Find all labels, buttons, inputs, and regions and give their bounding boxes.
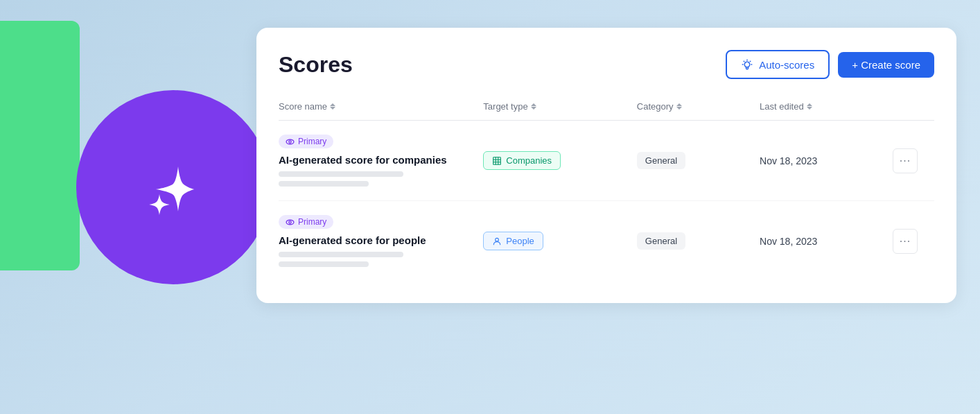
people-label: People xyxy=(506,236,534,246)
auto-scores-button[interactable]: Auto-scores xyxy=(726,50,830,79)
scores-card: Scores Auto-scores + Create score Score … xyxy=(256,28,956,303)
person-icon xyxy=(492,236,502,246)
auto-scores-label: Auto-scores xyxy=(759,59,814,71)
col-actions xyxy=(893,101,934,112)
category-badge-2: General xyxy=(637,232,685,250)
col-last-edited[interactable]: Last edited xyxy=(760,101,893,112)
more-options-button-2[interactable]: ··· xyxy=(893,229,918,254)
target-type-cell-2: People xyxy=(483,232,637,250)
col-target-type[interactable]: Target type xyxy=(483,101,637,112)
companies-label: Companies xyxy=(506,155,552,166)
col-score-name[interactable]: Score name xyxy=(279,101,483,112)
create-score-label: + Create score xyxy=(852,59,920,71)
primary-badge-2: Primary xyxy=(279,215,333,229)
auto-scores-icon xyxy=(741,58,753,71)
building-icon xyxy=(492,156,502,166)
svg-rect-2 xyxy=(493,157,501,164)
page-title: Scores xyxy=(279,52,353,78)
target-type-sort xyxy=(531,103,536,110)
more-options-button-1[interactable]: ··· xyxy=(893,148,918,173)
score-name-sort xyxy=(330,103,335,110)
score-title-1: AI-generated score for companies xyxy=(279,153,483,167)
actions-cell-1: ··· xyxy=(893,148,934,173)
companies-badge: Companies xyxy=(483,151,561,170)
score-placeholder-1a xyxy=(279,171,403,177)
category-cell-2: General xyxy=(637,232,760,250)
target-type-cell-1: Companies xyxy=(483,151,637,170)
svg-point-9 xyxy=(496,238,499,241)
bg-green-rect xyxy=(0,21,80,270)
last-edited-1: Nov 18, 2023 xyxy=(760,155,817,166)
eye-icon-2 xyxy=(286,218,295,227)
last-edited-2: Nov 18, 2023 xyxy=(760,236,817,247)
people-badge: People xyxy=(483,232,543,250)
last-edited-sort xyxy=(807,103,812,110)
primary-badge-1: Primary xyxy=(279,135,333,148)
col-category-label: Category xyxy=(637,101,674,112)
primary-badge-1-label: Primary xyxy=(298,137,326,146)
col-target-type-label: Target type xyxy=(483,101,527,112)
card-header: Scores Auto-scores + Create score xyxy=(279,50,934,79)
header-buttons: Auto-scores + Create score xyxy=(726,50,934,79)
actions-cell-2: ··· xyxy=(893,229,934,254)
last-edited-cell-2: Nov 18, 2023 xyxy=(760,235,893,248)
table-header: Score name Target type Category Last edi… xyxy=(279,96,934,121)
bg-purple-circle xyxy=(76,90,270,284)
category-badge-1: General xyxy=(637,152,685,169)
category-cell-1: General xyxy=(637,152,760,169)
primary-badge-2-label: Primary xyxy=(298,217,326,227)
col-score-name-label: Score name xyxy=(279,101,327,112)
create-score-button[interactable]: + Create score xyxy=(838,52,934,78)
score-title-2: AI-generated score for people xyxy=(279,233,483,248)
score-placeholder-2a xyxy=(279,252,403,257)
last-edited-cell-1: Nov 18, 2023 xyxy=(760,155,893,167)
svg-point-8 xyxy=(289,221,291,223)
table-row: Primary AI-generated score for people Pe… xyxy=(279,201,934,281)
score-placeholder-2b xyxy=(279,261,369,267)
category-sort xyxy=(676,103,682,110)
sparkle-icon xyxy=(142,156,204,218)
col-category[interactable]: Category xyxy=(637,101,760,112)
table-row: Primary AI-generated score for companies… xyxy=(279,121,934,201)
eye-icon xyxy=(286,137,295,146)
score-cell-1: Primary AI-generated score for companies xyxy=(279,135,483,187)
score-cell-2: Primary AI-generated score for people xyxy=(279,215,483,267)
col-last-edited-label: Last edited xyxy=(760,101,804,112)
score-placeholder-1b xyxy=(279,181,369,187)
svg-point-1 xyxy=(289,140,291,142)
